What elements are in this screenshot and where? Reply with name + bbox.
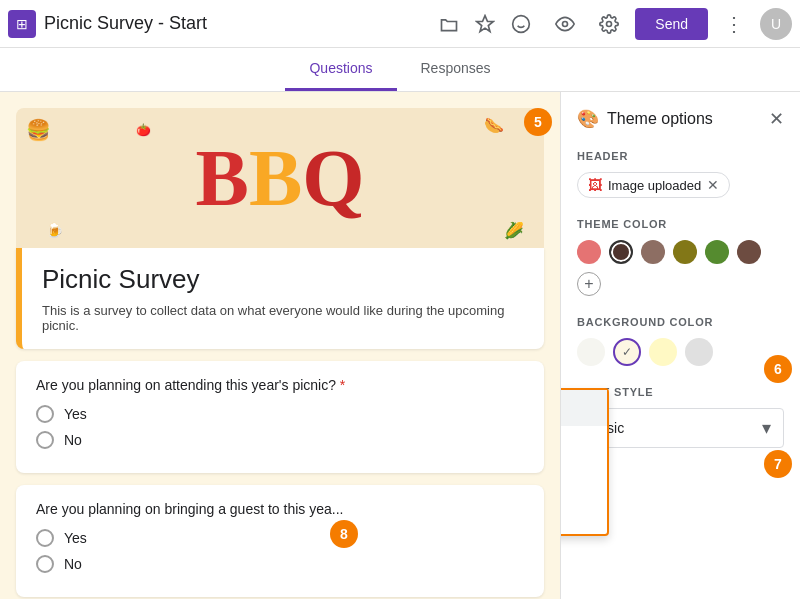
page-title: Picnic Survey - Start (44, 13, 431, 34)
theme-color-5[interactable] (737, 240, 761, 264)
panel-title: Theme options (607, 110, 713, 128)
svg-point-4 (563, 21, 568, 26)
more-button[interactable]: ⋮ (716, 6, 752, 42)
question-2-card: Are you planning on bringing a guest to … (16, 485, 544, 597)
theme-color-section: THEME COLOR + (577, 218, 784, 296)
font-option-basic[interactable]: Basic (560, 390, 607, 426)
theme-color-0[interactable] (577, 240, 601, 264)
font-style-section: FONT STYLE Basic Decorative Formal Playf… (577, 386, 784, 448)
panel-header: 🎨 Theme options ✕ (577, 108, 784, 130)
step-badge-7: 7 (764, 450, 792, 478)
avatar: U (760, 8, 792, 40)
panel-title-row: 🎨 Theme options (577, 108, 713, 130)
eye-icon (555, 14, 575, 34)
folder-icon (439, 14, 459, 34)
radio-yes-1[interactable] (36, 405, 54, 423)
svg-marker-0 (477, 15, 494, 31)
form-header-image: 🍔 🌭 🍺 🍅 BBQ 🌽 (16, 108, 544, 248)
svg-point-1 (513, 15, 530, 32)
bg-color-section: BACKGROUND COLOR ✓ (577, 316, 784, 366)
radio-yes-2[interactable] (36, 529, 54, 547)
option-label-yes-1: Yes (64, 406, 87, 422)
option-no-2: No (36, 555, 524, 573)
smiley-icon (511, 14, 531, 34)
bg-color-label: BACKGROUND COLOR (577, 316, 784, 328)
font-select-wrapper: Basic Decorative Formal Playful Basic ▾ (577, 408, 784, 448)
form-description: This is a survey to collect data on what… (42, 303, 524, 333)
form-title-card: Picnic Survey This is a survey to collec… (16, 248, 544, 349)
theme-panel: 🎨 Theme options ✕ HEADER 🖼 Image uploade… (560, 92, 800, 599)
tab-questions[interactable]: Questions (285, 48, 396, 91)
theme-color-2[interactable] (641, 240, 665, 264)
svg-point-5 (607, 21, 612, 26)
star-button[interactable] (467, 6, 503, 42)
close-panel-button[interactable]: ✕ (769, 108, 784, 130)
image-uploaded-chip: 🖼 Image uploaded ✕ (577, 172, 730, 198)
bg-color-0[interactable] (577, 338, 605, 366)
form-title: Picnic Survey (42, 264, 524, 295)
header-section-label: HEADER (577, 150, 784, 162)
font-option-decorative[interactable]: Decorative (560, 426, 607, 462)
tab-responses[interactable]: Responses (397, 48, 515, 91)
option-label-yes-2: Yes (64, 530, 87, 546)
check-icon: ✓ (622, 345, 632, 359)
font-option-formal[interactable]: Formal (560, 462, 607, 498)
question-1-card: Are you planning on attending this year'… (16, 361, 544, 473)
toolbar-actions: Send ⋮ U (503, 6, 792, 42)
tabs-bar: Questions Responses (0, 48, 800, 92)
theme-color-3[interactable] (673, 240, 697, 264)
emoji-button[interactable] (503, 6, 539, 42)
step-badge-6: 6 (764, 355, 792, 383)
topbar: ⊞ Picnic Survey - Start Send ⋮ U (0, 0, 800, 48)
radio-no-2[interactable] (36, 555, 54, 573)
image-icon: 🖼 (588, 177, 602, 193)
step-badge-5: 5 (524, 108, 552, 136)
radio-no-1[interactable] (36, 431, 54, 449)
option-yes-1: Yes (36, 405, 524, 423)
add-color-button[interactable]: + (577, 272, 601, 296)
theme-color-1[interactable] (609, 240, 633, 264)
image-label: Image uploaded (608, 178, 701, 193)
bg-color-1[interactable]: ✓ (613, 338, 641, 366)
palette-icon: 🎨 (577, 108, 599, 130)
settings-button[interactable] (591, 6, 627, 42)
star-icon (475, 14, 495, 34)
bg-color-3[interactable] (685, 338, 713, 366)
app-icon: ⊞ (8, 10, 36, 38)
remove-image-button[interactable]: ✕ (707, 177, 719, 193)
option-yes-2: Yes (36, 529, 524, 547)
dropdown-arrow-icon: ▾ (762, 417, 771, 439)
theme-color-label: THEME COLOR (577, 218, 784, 230)
question-1-text: Are you planning on attending this year'… (36, 377, 524, 393)
option-label-no-1: No (64, 432, 82, 448)
send-button[interactable]: Send (635, 8, 708, 40)
main-content: 🍔 🌭 🍺 🍅 BBQ 🌽 Picnic Survey This is a su… (0, 92, 800, 599)
more-icon: ⋮ (724, 12, 744, 36)
question-2-text: Are you planning on bringing a guest to … (36, 501, 524, 517)
folder-button[interactable] (431, 6, 467, 42)
gear-icon (599, 14, 619, 34)
step-badge-8: 8 (330, 520, 358, 548)
form-area: 🍔 🌭 🍺 🍅 BBQ 🌽 Picnic Survey This is a su… (0, 92, 560, 599)
bg-color-row: ✓ (577, 338, 784, 366)
preview-button[interactable] (547, 6, 583, 42)
font-dropdown: Basic Decorative Formal Playful (560, 388, 609, 536)
option-label-no-2: No (64, 556, 82, 572)
bg-color-2[interactable] (649, 338, 677, 366)
theme-color-row (577, 240, 784, 264)
option-no-1: No (36, 431, 524, 449)
font-option-playful[interactable]: Playful (560, 498, 607, 534)
theme-color-4[interactable] (705, 240, 729, 264)
